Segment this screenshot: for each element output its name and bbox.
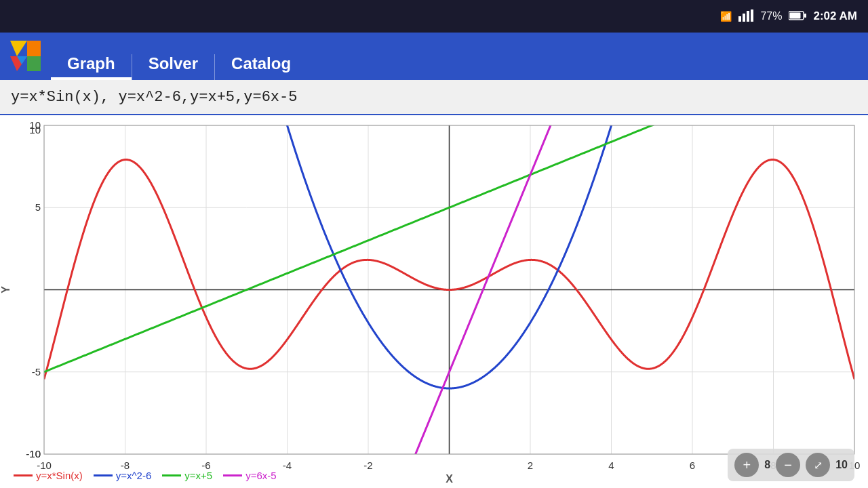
legend-label-linear: y=x+5	[184, 470, 212, 481]
legend-line-quad	[94, 474, 113, 476]
legend-item-sin: y=x*Sin(x)	[14, 470, 83, 481]
svg-rect-0	[738, 16, 741, 22]
time-display: 2:02 AM	[813, 9, 857, 23]
zoom-controls: + 8 − ⤢ 10	[728, 449, 854, 481]
zoom-range-label2: 10	[835, 459, 848, 471]
svg-marker-8	[27, 41, 41, 56]
formula-bar[interactable]: y=x*Sin(x), y=x^2-6,y=x+5,y=6x-5	[0, 80, 868, 115]
svg-marker-10	[27, 56, 41, 71]
svg-rect-5	[804, 14, 806, 18]
legend: y=x*Sin(x) y=x^2-6 y=x+5 y=6x-5	[14, 470, 277, 481]
legend-item-quad: y=x^2-6	[94, 470, 151, 481]
svg-rect-3	[751, 9, 753, 22]
legend-label-linear2: y=6x-5	[245, 470, 276, 481]
svg-rect-6	[790, 12, 801, 18]
legend-line-sin	[14, 474, 33, 476]
signal-icon	[738, 9, 753, 24]
status-bar: 📶 77% 2:02 AM	[0, 0, 868, 33]
legend-label-quad: y=x^2-6	[116, 470, 151, 481]
tab-graph[interactable]: Graph	[51, 54, 132, 80]
legend-item-linear2: y=6x-5	[223, 470, 276, 481]
svg-rect-2	[747, 11, 749, 22]
zoom-fit-button[interactable]: ⤢	[806, 453, 830, 477]
svg-marker-7	[10, 41, 27, 56]
zoom-in-button[interactable]: +	[734, 453, 759, 477]
legend-label-sin: y=x*Sin(x)	[36, 470, 83, 481]
graph-canvas[interactable]	[0, 115, 868, 488]
tab-solver[interactable]: Solver	[132, 54, 215, 80]
formula-text: y=x*Sin(x), y=x^2-6,y=x+5,y=6x-5	[11, 89, 297, 106]
legend-line-linear2	[223, 474, 242, 476]
tab-catalog[interactable]: Catalog	[215, 54, 307, 80]
zoom-out-button[interactable]: −	[776, 453, 800, 477]
svg-rect-1	[743, 14, 745, 22]
battery-icon	[789, 11, 806, 22]
legend-line-linear	[162, 474, 181, 476]
nav-tabs: Graph Solver Catalog	[51, 33, 307, 80]
legend-item-linear: y=x+5	[162, 470, 212, 481]
nav-bar: Graph Solver Catalog	[0, 33, 868, 80]
graph-area[interactable]: y=x*Sin(x) y=x^2-6 y=x+5 y=6x-5 + 8 − ⤢ …	[0, 115, 868, 488]
app-logo	[7, 37, 44, 75]
wifi-icon: 📶	[720, 11, 732, 22]
battery-percent: 77%	[760, 10, 782, 22]
zoom-range-label: 8	[764, 459, 770, 471]
